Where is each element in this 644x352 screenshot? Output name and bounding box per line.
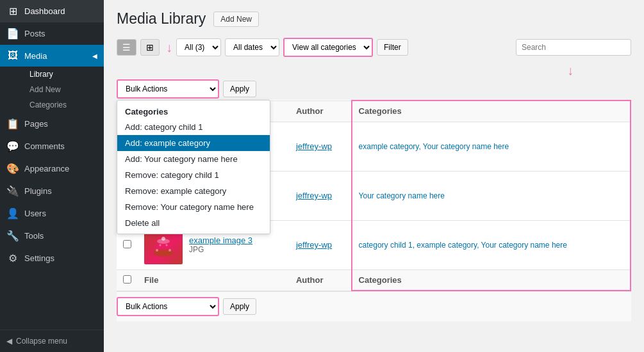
main-content: Media Library Add New ☰ ⊞ ↓ All (3) All … <box>104 0 644 352</box>
sidebar-item-library[interactable]: Library <box>23 67 104 82</box>
row-checkbox-3[interactable] <box>123 240 131 248</box>
svg-point-14 <box>161 237 165 241</box>
col-author: Author <box>290 100 352 122</box>
settings-icon: ⚙ <box>6 252 19 264</box>
svg-point-18 <box>166 244 168 246</box>
sidebar-item-label: Users <box>24 209 46 218</box>
categories-value-1: example category, Your category name her… <box>359 142 509 151</box>
sidebar-item-label: Add New <box>29 85 61 94</box>
categories-value-3: category child 1, example category, Your… <box>359 241 567 250</box>
filter-button[interactable]: Filter <box>377 39 408 56</box>
users-icon: 👤 <box>6 207 19 220</box>
author-link-3[interactable]: jeffrey-wp <box>296 240 332 250</box>
sidebar-item-media[interactable]: 🖼 Media ◀ <box>0 45 104 67</box>
row-categories-2: Your category name here <box>352 171 631 220</box>
dropdown-item-delete-all[interactable]: Delete all <box>117 215 270 231</box>
media-icon: 🖼 <box>6 50 19 61</box>
dashboard-icon: ⊞ <box>6 5 19 17</box>
apply-button-bottom[interactable]: Apply <box>223 298 256 315</box>
collapse-label: Collapse menu <box>16 337 67 346</box>
page-title-row: Media Library Add New <box>117 10 631 28</box>
row-author: jeffrey-wp <box>290 122 352 171</box>
footer-col-author: Author <box>290 269 352 291</box>
plugins-icon: 🔌 <box>6 185 19 197</box>
sidebar-item-label: Library <box>29 70 53 79</box>
cake2-svg <box>151 232 176 258</box>
sidebar-item-tools[interactable]: 🔧 Tools <box>0 225 104 247</box>
svg-point-12 <box>155 243 172 250</box>
sidebar-item-categories[interactable]: Categories <box>23 97 104 113</box>
dropdown-category-header: Categories <box>117 103 270 119</box>
sidebar-item-label: Appearance <box>24 164 69 173</box>
collapse-menu[interactable]: ◀ Collapse menu <box>0 330 104 352</box>
collapse-icon: ◀ <box>6 337 12 346</box>
footer-col-file: File <box>138 269 290 291</box>
sidebar-item-pages[interactable]: 📋 Pages <box>0 113 104 135</box>
author-link-1[interactable]: jeffrey-wp <box>296 141 332 151</box>
toolbar: ☰ ⊞ ↓ All (3) All dates View all categor… <box>117 38 631 57</box>
dropdown-item-remove-example-cat[interactable]: Remove: example category <box>117 183 270 199</box>
add-new-button[interactable]: Add New <box>213 12 259 27</box>
row-author-2: jeffrey-wp <box>290 171 352 220</box>
tools-icon: 🔧 <box>6 230 19 242</box>
categories-select[interactable]: View all categories <box>283 38 373 57</box>
search-input[interactable] <box>516 39 631 56</box>
grid-view-icon: ⊞ <box>146 42 154 52</box>
count-select[interactable]: All (3) <box>176 38 221 56</box>
file-type-3: JPG <box>189 245 252 254</box>
sidebar-item-label: Pages <box>24 119 48 129</box>
bulk-actions-dropdown: Categories Add: category child 1 Add: ex… <box>117 100 270 234</box>
sidebar-item-label: Dashboard <box>24 6 65 16</box>
sidebar-item-label: Posts <box>24 29 45 38</box>
dropdown-item-add-example-cat[interactable]: Add: example category <box>117 135 270 151</box>
list-view-icon: ☰ <box>122 42 131 52</box>
footer-col-categories: Categories <box>352 269 631 291</box>
apply-button-top[interactable]: Apply <box>223 81 256 97</box>
dropdown-item-add-cat-child1[interactable]: Add: category child 1 <box>117 119 270 135</box>
row-categories-3: category child 1, example category, Your… <box>352 220 631 269</box>
sidebar-item-posts[interactable]: 📄 Posts <box>0 22 104 45</box>
table-footer-row: File Author Categories <box>117 269 631 291</box>
sidebar-item-settings[interactable]: ⚙ Settings <box>0 247 104 269</box>
sidebar-item-comments[interactable]: 💬 Comments <box>0 135 104 157</box>
posts-icon: 📄 <box>6 28 19 40</box>
bulk-actions-top-container: Bulk Actions Apply Categories Add: categ… <box>117 79 631 99</box>
sidebar-item-label: Comments <box>24 141 65 151</box>
date-select[interactable]: All dates <box>225 38 279 56</box>
sidebar-submenu-media: Library Add New Categories <box>0 67 104 113</box>
dropdown-item-remove-your-cat[interactable]: Remove: Your category name here <box>117 199 270 215</box>
author-link-2[interactable]: jeffrey-wp <box>296 191 332 200</box>
sidebar-item-label: Settings <box>24 253 54 263</box>
sidebar-item-users[interactable]: 👤 Users <box>0 202 104 225</box>
dropdown-item-remove-cat-child1[interactable]: Remove: category child 1 <box>117 167 270 183</box>
svg-point-17 <box>160 244 161 246</box>
arrow-down-indicator: ↓ <box>166 40 172 55</box>
svg-point-16 <box>169 249 171 252</box>
bulk-actions-select-top[interactable]: Bulk Actions <box>117 79 219 99</box>
bulk-actions-select-bottom[interactable]: Bulk Actions <box>117 297 219 316</box>
search-container <box>516 39 631 56</box>
media-arrow: ◀ <box>92 52 97 60</box>
sidebar-item-dashboard[interactable]: ⊞ Dashboard <box>0 0 104 22</box>
sidebar-item-label: Media <box>24 51 47 61</box>
sidebar-item-label: Tools <box>24 231 44 241</box>
sidebar-item-appearance[interactable]: 🎨 Appearance <box>0 157 104 180</box>
categories-value-2: Your category name here <box>359 191 445 200</box>
list-view-button[interactable]: ☰ <box>117 39 136 56</box>
pages-icon: 📋 <box>6 118 19 130</box>
row-categories-1: example category, Your category name her… <box>352 122 631 171</box>
grid-view-button[interactable]: ⊞ <box>140 39 160 56</box>
col-categories: Categories <box>352 100 631 122</box>
svg-point-15 <box>156 249 158 252</box>
dropdown-item-add-your-cat[interactable]: Add: Your category name here <box>117 151 270 167</box>
sidebar-item-label: Plugins <box>24 186 52 196</box>
footer-select-all-checkbox[interactable] <box>123 275 131 284</box>
sidebar: ⊞ Dashboard 📄 Posts 🖼 Media ◀ Library Ad… <box>0 0 104 352</box>
sidebar-item-plugins[interactable]: 🔌 Plugins <box>0 180 104 202</box>
sidebar-item-add-new[interactable]: Add New <box>23 82 104 97</box>
sidebar-item-label: Categories <box>29 100 67 109</box>
page-title: Media Library <box>117 10 206 28</box>
file-name-3[interactable]: example image 3 <box>189 236 252 245</box>
row-author-3: jeffrey-wp <box>290 220 352 269</box>
appearance-icon: 🎨 <box>6 163 19 175</box>
